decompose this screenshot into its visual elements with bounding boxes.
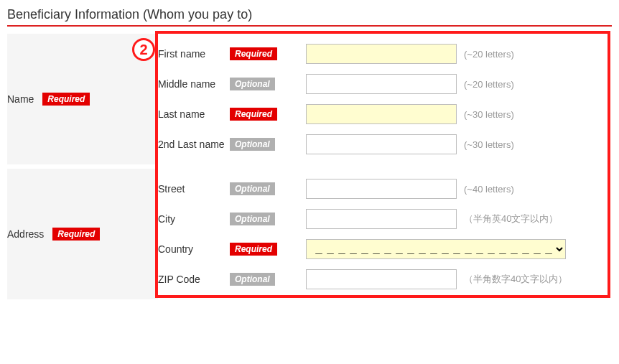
zip-label: ZIP Code <box>158 274 230 285</box>
first-name-required-badge: Required <box>230 47 277 60</box>
page-title: Beneficiary Information (Whom you pay to… <box>7 7 612 27</box>
street-input[interactable] <box>306 179 457 199</box>
city-label: City <box>158 213 230 225</box>
middle-name-input[interactable] <box>306 74 457 94</box>
section-name-label: Name <box>7 93 34 105</box>
street-label: Street <box>158 183 230 195</box>
last-name-label: Last name <box>158 108 230 120</box>
section-address-required-badge: Required <box>52 228 100 241</box>
last-name-required-badge: Required <box>230 108 277 121</box>
last-name-input[interactable] <box>306 104 457 124</box>
zip-input[interactable] <box>306 269 457 289</box>
last2-name-optional-badge: Optional <box>230 138 275 151</box>
middle-name-optional-badge: Optional <box>230 78 275 90</box>
first-name-hint: (~20 letters) <box>464 49 514 60</box>
section-name-required-badge: Required <box>42 93 90 106</box>
address-fields-cell: Street Optional (~40 letters) City Optio… <box>158 169 612 299</box>
beneficiary-form-table: Name Required First name Required (~20 l… <box>7 34 612 299</box>
first-name-input[interactable] <box>306 44 457 64</box>
annotation-circle-2: 2 <box>132 38 155 61</box>
last2-name-hint: (~30 letters) <box>464 139 514 150</box>
name-fields-cell: First name Required (~20 letters) Middle… <box>158 34 612 164</box>
city-optional-badge: Optional <box>230 213 275 225</box>
country-select[interactable]: ＿＿＿＿＿＿＿＿＿＿＿＿＿＿＿＿＿＿＿＿＿＿＿＿＿ <box>306 239 566 259</box>
section-address-label: Address <box>7 228 44 240</box>
section-address-cell: Address Required <box>7 169 158 299</box>
country-label: Country <box>158 243 230 255</box>
zip-hint: （半角数字40文字以内） <box>464 273 567 286</box>
zip-optional-badge: Optional <box>230 273 275 286</box>
street-optional-badge: Optional <box>230 182 275 195</box>
last2-name-input[interactable] <box>306 134 457 154</box>
middle-name-label: Middle name <box>158 78 230 90</box>
last2-name-label: 2nd Last name <box>158 139 230 150</box>
city-input[interactable] <box>306 209 457 229</box>
street-hint: (~40 letters) <box>464 184 514 195</box>
city-hint: （半角英40文字以内） <box>464 213 558 225</box>
country-required-badge: Required <box>230 243 277 256</box>
first-name-label: First name <box>158 48 230 60</box>
last-name-hint: (~30 letters) <box>464 109 514 120</box>
middle-name-hint: (~20 letters) <box>464 79 514 90</box>
